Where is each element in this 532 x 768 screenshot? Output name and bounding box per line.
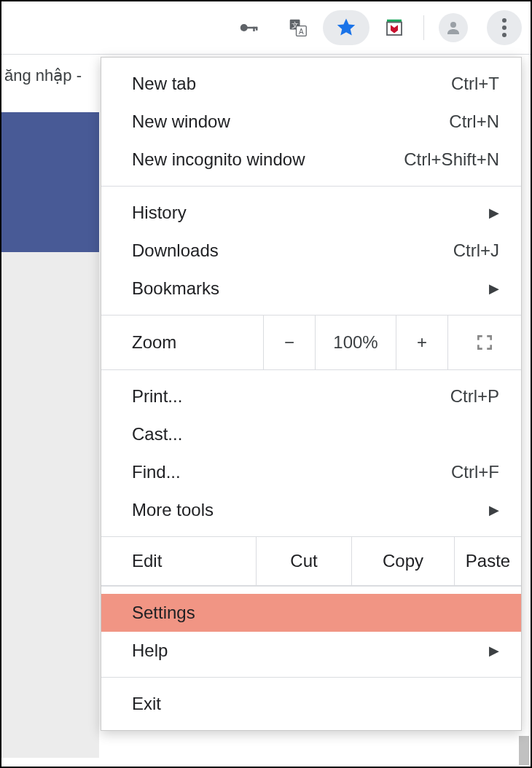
menu-item-exit[interactable]: Exit [101, 685, 521, 723]
menu-shortcut: Ctrl+N [449, 111, 499, 132]
menu-item-print[interactable]: Print... Ctrl+P [101, 377, 521, 415]
menu-label: New tab [132, 74, 451, 94]
mcafee-shield-icon[interactable] [375, 9, 413, 47]
menu-item-cast[interactable]: Cast... [101, 415, 521, 453]
zoom-label: Zoom [101, 316, 263, 369]
page-title-fragment: ăng nhập - [4, 66, 82, 85]
menu-item-find[interactable]: Find... Ctrl+F [101, 453, 521, 491]
submenu-arrow-icon: ▶ [489, 205, 499, 221]
menu-separator [101, 186, 521, 187]
vertical-scrollbar-thumb[interactable] [519, 736, 529, 765]
chrome-main-menu: New tab Ctrl+T New window Ctrl+N New inc… [101, 57, 522, 731]
menu-label: New incognito window [132, 149, 404, 170]
menu-item-downloads[interactable]: Downloads Ctrl+J [101, 232, 521, 270]
menu-label: Settings [132, 603, 499, 623]
zoom-percent: 100% [315, 316, 396, 369]
svg-point-12 [502, 26, 506, 30]
menu-label: Cast... [132, 424, 499, 444]
menu-label: Downloads [132, 240, 453, 261]
svg-point-11 [502, 18, 506, 23]
menu-label: Find... [132, 462, 451, 482]
toolbar: 文A [1, 1, 531, 54]
menu-separator [101, 586, 521, 587]
menu-label: New window [132, 111, 449, 132]
menu-item-new-incognito[interactable]: New incognito window Ctrl+Shift+N [101, 141, 521, 179]
submenu-arrow-icon: ▶ [489, 281, 499, 297]
menu-label: Print... [132, 386, 450, 407]
menu-shortcut: Ctrl+T [451, 74, 499, 94]
menu-shortcut: Ctrl+P [450, 386, 499, 407]
svg-point-10 [450, 22, 456, 28]
menu-item-new-window[interactable]: New window Ctrl+N [101, 103, 521, 141]
edit-label: Edit [101, 537, 256, 585]
svg-point-13 [502, 33, 506, 37]
svg-text:A: A [299, 28, 304, 36]
page-background-blue [1, 112, 99, 252]
menu-label: History [132, 203, 489, 223]
svg-point-0 [240, 24, 248, 31]
browser-window: 文A ăng nhập - New tab Ctrl+T New wi [0, 0, 532, 768]
menu-item-help[interactable]: Help ▶ [101, 632, 521, 670]
menu-label: More tools [132, 500, 489, 520]
toolbar-separator [423, 15, 424, 40]
fullscreen-button[interactable] [447, 316, 521, 369]
menu-item-new-tab[interactable]: New tab Ctrl+T [101, 65, 521, 103]
menu-shortcut: Ctrl+Shift+N [404, 149, 499, 170]
translate-icon[interactable]: 文A [279, 9, 317, 47]
menu-item-bookmarks[interactable]: Bookmarks ▶ [101, 270, 521, 307]
main-menu-button[interactable] [487, 10, 522, 45]
menu-separator [101, 677, 521, 678]
page-background-gray [1, 252, 99, 758]
menu-label: Bookmarks [132, 278, 489, 299]
menu-label: Exit [132, 694, 499, 714]
menu-shortcut: Ctrl+J [453, 240, 499, 261]
menu-edit-row: Edit Cut Copy Paste [101, 536, 521, 586]
edit-copy-button[interactable]: Copy [351, 537, 454, 585]
edit-cut-button[interactable]: Cut [256, 537, 351, 585]
menu-item-history[interactable]: History ▶ [101, 194, 521, 232]
password-key-icon[interactable] [230, 9, 267, 47]
svg-rect-2 [253, 27, 255, 31]
menu-zoom-row: Zoom − 100% + [101, 315, 521, 370]
svg-rect-1 [247, 27, 257, 29]
avatar-icon [439, 13, 468, 42]
menu-shortcut: Ctrl+F [451, 462, 499, 482]
menu-item-settings[interactable]: Settings [101, 594, 521, 632]
svg-rect-3 [256, 27, 258, 31]
menu-label: Help [132, 640, 489, 661]
bookmark-star-button[interactable] [323, 10, 369, 45]
profile-button[interactable] [434, 9, 472, 47]
zoom-in-button[interactable]: + [396, 316, 447, 369]
edit-paste-button[interactable]: Paste [454, 537, 521, 585]
submenu-arrow-icon: ▶ [489, 643, 499, 659]
submenu-arrow-icon: ▶ [489, 502, 499, 518]
menu-item-more-tools[interactable]: More tools ▶ [101, 491, 521, 529]
zoom-out-button[interactable]: − [263, 316, 315, 369]
